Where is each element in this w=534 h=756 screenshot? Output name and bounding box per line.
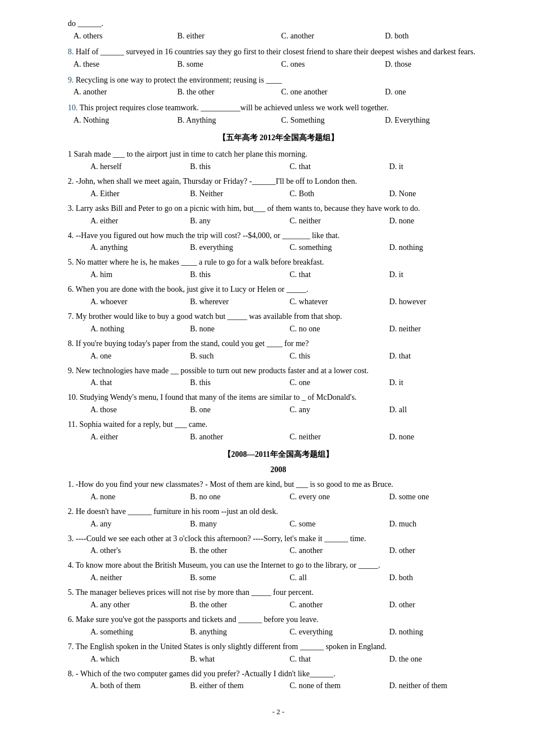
fy-q10-options: A. those B. one C. any D. all xyxy=(68,405,489,414)
fy-q7-b: B. none xyxy=(190,325,289,334)
fy-q8-text: 8. If you're buying today's paper from t… xyxy=(68,337,489,351)
s08-q8-options: A. both of them B. either of them C. non… xyxy=(90,681,489,690)
fy-q9-c: C. one xyxy=(290,378,389,387)
fy-q2-num: 2. xyxy=(68,177,76,185)
s08-q1-d: D. some one xyxy=(389,493,489,502)
fy-q1-text: 1 Sarah made ___ to the airport just in … xyxy=(68,148,489,161)
option-c: C. another xyxy=(281,32,385,41)
fy-q4-a: A. anything xyxy=(90,243,190,252)
s08-q3-body: ----Could we see each other at 3 o'clock… xyxy=(76,534,366,543)
fy-q11-b: B. another xyxy=(190,433,289,442)
fy-q5-b: B. this xyxy=(190,270,289,279)
fy-q9-text: 9. New technologies have made __ possibl… xyxy=(68,364,489,378)
fy-q8-b: B. such xyxy=(190,352,289,361)
s08-q8-body: - Which of the two computer games did yo… xyxy=(76,669,335,678)
s08-q3-a: A. other's xyxy=(90,546,190,555)
s08-q1-options: A. none B. no one C. every one D. some o… xyxy=(68,493,489,502)
fy-q1-options: A. herself B. this C. that D. it xyxy=(68,162,489,171)
fy-q8-options: A. one B. such C. this D. that xyxy=(68,352,489,361)
fy-q10-d: D. all xyxy=(389,405,489,414)
fy-q4-c: C. something xyxy=(290,243,389,252)
fy-q11-a: A. either xyxy=(90,433,190,442)
fy-q3-body: Larry asks Bill and Peter to go on a pic… xyxy=(76,204,420,213)
s08-q8-b: B. either of them xyxy=(190,681,289,690)
fy-q6-b: B. wherever xyxy=(190,297,289,306)
s08-q2-options: A. any B. many C. some D. much xyxy=(68,520,489,529)
s08-q7-options: A. which B. what C. that D. the one xyxy=(68,655,489,664)
fy-q11-num: 11. xyxy=(68,420,79,429)
s08-q4-body: To know more about the British Museum, y… xyxy=(76,561,380,569)
s08-q7-num: 7. xyxy=(68,642,76,651)
s08-q6-b: B. anything xyxy=(190,628,289,637)
page-number: - 2 - xyxy=(68,707,489,716)
s08-q7-a: A. which xyxy=(90,655,190,664)
q9-c: C. one another xyxy=(281,88,385,97)
s08-q6-c: C. everything xyxy=(290,628,389,637)
q8-b: B. some xyxy=(177,60,281,69)
fy-q9-num: 9. xyxy=(68,366,76,375)
q8-body: Half of ______ surveyed in 16 countries … xyxy=(76,47,475,56)
q10-body: This project requires close teamwork. __… xyxy=(80,103,389,112)
fy-q11-text: 11. Sophia waited for a reply, but ___ c… xyxy=(68,418,489,431)
fy-q10-text: 10. Studying Wendy's menu, I found that … xyxy=(68,391,489,404)
q10-options: A. Nothing B. Anything C. Something D. E… xyxy=(68,116,489,125)
s08-q5-options: A. any other B. the other C. another D. … xyxy=(68,601,489,610)
fy-q8-body: If you're buying today's paper from the … xyxy=(76,339,309,348)
fy-q6-a: A. whoever xyxy=(90,297,190,306)
s08-q4-c: C. all xyxy=(290,573,389,582)
fy-q2-a: A. Either xyxy=(90,189,190,198)
s08-q6-body: Make sure you've got the passports and t… xyxy=(76,615,319,624)
fy-q9-a: A. that xyxy=(90,378,190,387)
fy-q1-d: D. it xyxy=(389,162,489,171)
fy-q9-b: B. this xyxy=(190,378,289,387)
s08-q6-text: 6. Make sure you've got the passports an… xyxy=(68,613,489,627)
fy-q1-num: 1 xyxy=(68,150,74,158)
fy-q2-options: A. Either B. Neither C. Both D. None xyxy=(68,189,489,198)
fy-q8-num: 8. xyxy=(68,339,76,348)
fy-q8-a: A. one xyxy=(90,352,190,361)
s08-q4-a: A. neither xyxy=(90,573,190,582)
fy-q4-b: B. everything xyxy=(190,243,289,252)
option-d: D. both xyxy=(385,32,489,41)
fy-q6-text: 6. When you are done with the book, just… xyxy=(68,283,489,296)
fy-q3-b: B. any xyxy=(190,217,289,226)
s08-q7-d: D. the one xyxy=(389,655,489,664)
fy-q7-text: 7. My brother would like to buy a good w… xyxy=(68,310,489,323)
fy-q6-body: When you are done with the book, just gi… xyxy=(76,285,309,293)
s08-q5-b: B. the other xyxy=(190,601,289,610)
fy-q5-text: 5. No matter where he is, he makes ____ … xyxy=(68,256,489,269)
fy-q5-c: C. that xyxy=(290,270,389,279)
s08-q1-c: C. every one xyxy=(290,493,389,502)
fy-q9-d: D. it xyxy=(389,378,489,387)
s08-q5-body: The manager believes prices will not ris… xyxy=(76,588,314,597)
s08-q3-d: D. other xyxy=(389,546,489,555)
s08-q6-options: A. something B. anything C. everything D… xyxy=(68,628,489,637)
fy-q4-text: 4. --Have you figured out how much the t… xyxy=(68,229,489,243)
fy-q3-text: 3. Larry asks Bill and Peter to go on a … xyxy=(68,202,489,215)
fy-q5-a: A. him xyxy=(90,270,190,279)
s08-q6-a: A. something xyxy=(90,628,190,637)
fy-q4-options: A. anything B. everything C. something D… xyxy=(68,243,489,252)
q8-num: 8. xyxy=(68,47,76,56)
fy-q10-b: B. one xyxy=(190,405,289,414)
year-2008: 2008 xyxy=(68,465,489,474)
s08-q6-d: D. nothing xyxy=(389,628,489,637)
s08-q7-text: 7. The English spoken in the United Stat… xyxy=(68,640,489,654)
q9-num: 9. xyxy=(68,76,76,84)
section-2008-title: 【2008—2011年全国高考题组】 xyxy=(68,450,489,460)
fy-q4-num: 4. xyxy=(68,231,76,240)
q8-d: D. those xyxy=(385,60,489,69)
s08-q4-num: 4. xyxy=(68,561,76,569)
s08-q8-a: A. both of them xyxy=(90,681,190,690)
fy-q1-a: A. herself xyxy=(90,162,190,171)
fy-q7-a: A. nothing xyxy=(90,325,190,334)
s08-q3-c: C. another xyxy=(290,546,389,555)
s08-q3-text: 3. ----Could we see each other at 3 o'cl… xyxy=(68,532,489,546)
s08-q1-num: 1. xyxy=(68,480,76,489)
s08-q5-c: C. another xyxy=(290,601,389,610)
fy-q5-num: 5. xyxy=(68,258,76,266)
q-intro-options: A. others B. either C. another D. both xyxy=(68,32,489,41)
fy-q4-body: --Have you figured out how much the trip… xyxy=(76,231,340,240)
fy-q6-options: A. whoever B. wherever C. whatever D. ho… xyxy=(68,297,489,306)
s08-q4-text: 4. To know more about the British Museum… xyxy=(68,559,489,572)
